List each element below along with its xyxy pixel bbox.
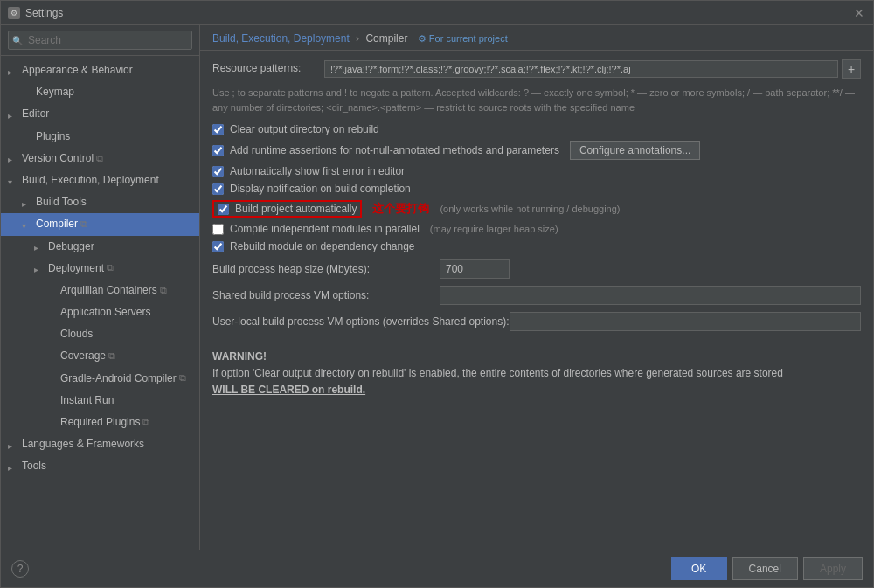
sidebar-item-build-execution[interactable]: Build, Execution, Deployment [1, 169, 199, 191]
copy-icon [78, 218, 90, 231]
build-auto-checkbox[interactable] [218, 204, 229, 215]
bottom-bar: ? OK Cancel Apply [1, 550, 873, 587]
auto-show-error-checkbox[interactable] [212, 166, 224, 177]
copy-icon [94, 152, 106, 164]
configure-annotations-button[interactable]: Configure annotations... [570, 141, 700, 160]
arrow-icon [8, 439, 18, 450]
clear-output-label: Clear output directory on rebuild [230, 123, 379, 135]
heap-size-row: Build process heap size (Mbytes): [212, 259, 861, 279]
heap-size-input[interactable] [440, 259, 510, 279]
copy-icon [104, 262, 116, 274]
sidebar-item-debugger[interactable]: Debugger [1, 236, 199, 258]
sidebar-item-build-tools[interactable]: Build Tools [1, 191, 199, 213]
sidebar-item-coverage[interactable]: Coverage [1, 345, 199, 367]
shared-vm-input[interactable] [440, 286, 861, 305]
arrow-icon [22, 219, 32, 230]
breadcrumb: Build, Execution, Deployment › Compiler … [212, 32, 508, 45]
checkbox-auto-show: Automatically show first error in editor [212, 165, 861, 177]
arrow-icon [8, 109, 18, 120]
sidebar-item-editor[interactable]: Editor [1, 103, 199, 125]
resource-patterns-label: Resource patterns: [212, 59, 317, 74]
arrow-icon [8, 461, 18, 472]
sidebar-item-languages[interactable]: Languages & Frameworks [1, 433, 199, 455]
sidebar-item-label: Keymap [36, 84, 74, 100]
ok-button[interactable]: OK [671, 557, 727, 580]
sidebar-item-appearance[interactable]: Appearance & Behavior [1, 59, 199, 81]
sidebar-item-version-control[interactable]: Version Control [1, 148, 199, 169]
sidebar-item-instant-run[interactable]: Instant Run [1, 390, 199, 412]
cancel-button[interactable]: Cancel [732, 557, 798, 580]
sidebar-item-label: Compiler [36, 216, 78, 232]
sidebar-item-label: Editor [22, 106, 49, 122]
sidebar-item-label: Languages & Frameworks [22, 436, 144, 453]
rebuild-module-label: Rebuild module on dependency change [230, 240, 415, 252]
rebuild-module-checkbox[interactable] [212, 241, 224, 252]
warning-text2: WILL BE CLEARED on rebuild. [212, 384, 365, 396]
close-button[interactable]: ✕ [852, 6, 866, 20]
breadcrumb-separator: › [356, 32, 359, 45]
sidebar-item-label: Tools [22, 458, 46, 474]
sidebar-item-arquillian[interactable]: Arquillian Containers [1, 280, 199, 301]
clear-output-checkbox[interactable] [212, 124, 224, 135]
sidebar-item-plugins[interactable]: Plugins [1, 126, 199, 148]
help-button[interactable]: ? [11, 560, 29, 578]
checkbox-build-auto: Build project automatically 这个要打钩 (only … [212, 200, 861, 218]
compile-parallel-checkbox[interactable] [212, 224, 224, 235]
sidebar-item-app-servers[interactable]: Application Servers [1, 301, 199, 323]
checkbox-clear-output: Clear output directory on rebuild [212, 123, 861, 135]
apply-button[interactable]: Apply [803, 557, 863, 580]
sidebar-item-label: Plugins [36, 128, 70, 145]
add-pattern-button[interactable]: + [842, 59, 861, 79]
breadcrumb-part1[interactable]: Build, Execution, Deployment [212, 32, 350, 45]
warning-box: WARNING! If option 'Clear output directo… [212, 349, 861, 399]
sidebar-item-label: Version Control [22, 150, 94, 167]
resource-patterns-input[interactable] [324, 60, 838, 78]
build-auto-sidenote: (only works while not running / debuggin… [440, 204, 620, 214]
sidebar-item-label: Debugger [48, 239, 94, 255]
highlight-box: Build project automatically [212, 200, 362, 218]
add-runtime-checkbox[interactable] [212, 145, 224, 156]
sidebar-item-tools[interactable]: Tools [1, 455, 199, 477]
left-panel: Appearance & Behavior Keymap Editor Plug… [1, 25, 200, 550]
resource-hint: Use ; to separate patterns and ! to nega… [212, 86, 861, 114]
warning-text: If option 'Clear output directory on reb… [212, 367, 783, 379]
add-runtime-label: Add runtime assertions for not-null-anno… [230, 144, 559, 156]
window-title: Settings [25, 7, 852, 19]
sidebar-item-compiler[interactable]: Compiler [1, 213, 199, 235]
sidebar-item-required-plugins[interactable]: Required Plugins [1, 412, 199, 433]
sidebar-item-keymap[interactable]: Keymap [1, 81, 199, 103]
resource-patterns-row: Resource patterns: + [212, 59, 861, 79]
shared-vm-row: Shared build process VM options: [212, 286, 861, 305]
shared-vm-label: Shared build process VM options: [212, 289, 440, 301]
sidebar-item-label: Appearance & Behavior [22, 62, 133, 79]
search-wrapper [8, 31, 192, 50]
arrow-icon [34, 241, 45, 252]
arrow-icon [8, 66, 18, 76]
user-local-vm-label: User-local build process VM options (ove… [212, 315, 510, 328]
sidebar-item-label: Clouds [60, 326, 93, 342]
checkbox-compile-parallel: Compile independent modules in parallel … [212, 223, 861, 235]
app-icon: ⚙ [8, 7, 20, 19]
sidebar-item-deployment[interactable]: Deployment [1, 258, 199, 280]
sidebar-item-label: Coverage [60, 348, 106, 364]
arrow-icon [34, 263, 45, 273]
title-bar: ⚙ Settings ✕ [1, 1, 873, 25]
breadcrumb-part2: Compiler [365, 32, 407, 45]
search-input[interactable] [8, 31, 192, 50]
sidebar-item-label: Deployment [48, 260, 104, 277]
resource-input-wrap: + [324, 59, 861, 79]
user-local-vm-input[interactable] [510, 312, 862, 331]
copy-icon [157, 284, 170, 296]
sidebar-item-gradle-android[interactable]: Gradle-Android Compiler [1, 368, 199, 390]
right-body: Resource patterns: + Use ; to separate p… [200, 51, 873, 550]
sidebar-item-clouds[interactable]: Clouds [1, 323, 199, 345]
auto-show-label: Automatically show first error in editor [230, 165, 405, 177]
copy-icon [140, 417, 152, 429]
nav-tree: Appearance & Behavior Keymap Editor Plug… [1, 56, 199, 550]
display-notification-label: Display notification on build completion [230, 183, 411, 195]
checkbox-display-notification: Display notification on build completion [212, 183, 861, 195]
display-notification-checkbox[interactable] [212, 183, 224, 195]
sidebar-item-label: Application Servers [60, 304, 150, 321]
arrow-icon [22, 197, 32, 208]
sidebar-item-label: Build, Execution, Deployment [22, 172, 159, 189]
